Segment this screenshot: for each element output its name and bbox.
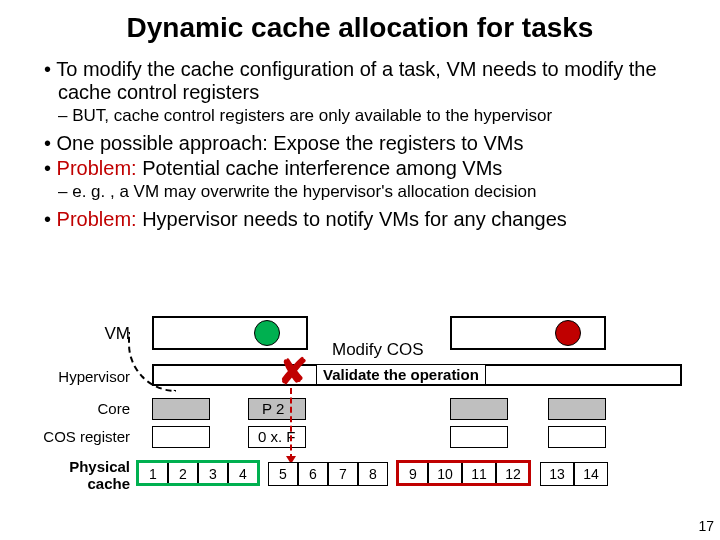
modify-cos-label: Modify COS bbox=[332, 340, 424, 360]
vm-label: VM bbox=[70, 324, 130, 344]
red-highlight bbox=[396, 460, 531, 486]
slide-title: Dynamic cache allocation for tasks bbox=[32, 12, 688, 44]
red-task-icon bbox=[555, 320, 581, 346]
green-task-icon bbox=[254, 320, 280, 346]
bullet-4: Problem: Hypervisor needs to notify VMs … bbox=[44, 208, 688, 231]
cache-cell: 14 bbox=[574, 462, 608, 486]
cos-box-1 bbox=[152, 426, 210, 448]
core-box-1 bbox=[152, 398, 210, 420]
cos-box-3 bbox=[450, 426, 508, 448]
green-highlight bbox=[136, 460, 260, 486]
cache-cell: 5 bbox=[268, 462, 298, 486]
sub-2: e. g. , a VM may overwrite the hyperviso… bbox=[58, 182, 688, 202]
sub-1: BUT, cache control registers are only av… bbox=[58, 106, 688, 126]
vm-box-2 bbox=[450, 316, 606, 350]
physcache-label: Physical cache bbox=[30, 458, 130, 492]
validate-label: Validate the operation bbox=[316, 364, 486, 385]
cache-cell: 6 bbox=[298, 462, 328, 486]
red-dashed-arrow bbox=[290, 388, 292, 460]
cosreg-label: COS register bbox=[22, 428, 130, 445]
hypervisor-label: Hypervisor bbox=[30, 368, 130, 385]
page-number: 17 bbox=[698, 518, 714, 534]
bullet-1: To modify the cache configuration of a t… bbox=[44, 58, 688, 104]
sub-list-2: e. g. , a VM may overwrite the hyperviso… bbox=[58, 182, 688, 202]
cache-cell: 7 bbox=[328, 462, 358, 486]
sub-list-1: BUT, cache control registers are only av… bbox=[58, 106, 688, 126]
x-mark-icon: ✘ bbox=[278, 354, 308, 390]
core-box-4 bbox=[548, 398, 606, 420]
bullet-2: One possible approach: Expose the regist… bbox=[44, 132, 688, 155]
cos-box-4 bbox=[548, 426, 606, 448]
cache-cell: 8 bbox=[358, 462, 388, 486]
core-box-3 bbox=[450, 398, 508, 420]
bullet-3: Problem: Potential cache interference am… bbox=[44, 157, 688, 180]
bullet-list: To modify the cache configuration of a t… bbox=[32, 58, 688, 104]
core-label: Core bbox=[60, 400, 130, 417]
p2-label: P 2 bbox=[262, 400, 284, 417]
cache-cell: 13 bbox=[540, 462, 574, 486]
